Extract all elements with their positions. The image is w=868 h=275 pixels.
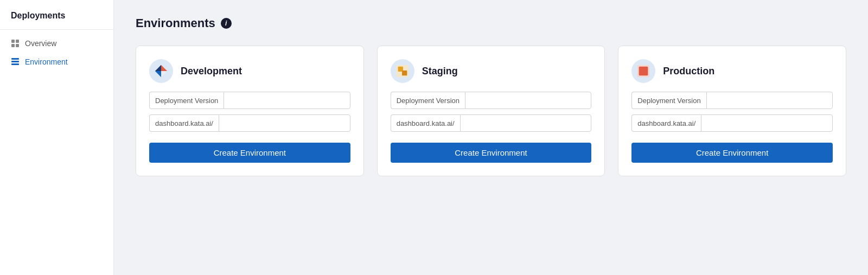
- development-icon-wrapper: [149, 59, 173, 83]
- staging-url-row: dashboard.kata.ai/: [391, 114, 592, 132]
- production-name: Production: [663, 66, 714, 77]
- svg-marker-8: [161, 65, 167, 71]
- environments-grid: Development Deployment Version dashboard…: [136, 46, 846, 176]
- sidebar-divider: [0, 29, 113, 30]
- staging-card-header: Staging: [391, 59, 592, 83]
- production-card: Production Deployment Version dashboard.…: [618, 46, 846, 176]
- development-url-row: dashboard.kata.ai/: [149, 114, 350, 132]
- production-url-row: dashboard.kata.ai/: [631, 114, 833, 132]
- development-version-input[interactable]: [224, 92, 350, 109]
- development-version-row: Deployment Version: [149, 92, 350, 109]
- production-url-input[interactable]: [701, 114, 833, 132]
- production-version-input[interactable]: [706, 92, 833, 109]
- development-url-input[interactable]: [219, 114, 350, 132]
- svg-rect-2: [11, 44, 15, 47]
- svg-rect-0: [11, 40, 15, 43]
- development-version-label: Deployment Version: [149, 92, 224, 109]
- staging-env-icon: [395, 64, 410, 78]
- svg-marker-10: [155, 65, 161, 71]
- main-content: Environments i Development: [114, 0, 868, 275]
- page-header: Environments i: [136, 16, 846, 30]
- staging-url-input[interactable]: [460, 114, 592, 132]
- staging-icon-wrapper: [391, 59, 414, 83]
- sidebar-item-overview[interactable]: Overview: [0, 34, 113, 53]
- production-fields: Deployment Version dashboard.kata.ai/: [631, 92, 833, 132]
- svg-rect-6: [11, 63, 19, 65]
- sidebar: Deployments Overview Environment: [0, 0, 114, 275]
- staging-version-row: Deployment Version: [391, 92, 592, 109]
- page-title: Environments: [136, 16, 215, 30]
- production-url-label: dashboard.kata.ai/: [631, 114, 701, 132]
- staging-version-input[interactable]: [465, 92, 591, 109]
- svg-rect-15: [639, 67, 648, 76]
- staging-url-label: dashboard.kata.ai/: [391, 114, 460, 132]
- production-version-row: Deployment Version: [631, 92, 833, 109]
- svg-rect-3: [16, 44, 19, 47]
- development-fields: Deployment Version dashboard.kata.ai/: [149, 92, 350, 132]
- sidebar-item-overview-label: Overview: [25, 39, 56, 48]
- svg-rect-5: [11, 61, 19, 62]
- production-create-button[interactable]: Create Environment: [631, 143, 833, 163]
- production-version-label: Deployment Version: [631, 92, 706, 109]
- environment-icon: [11, 57, 20, 66]
- prod-env-icon: [636, 64, 650, 78]
- development-url-label: dashboard.kata.ai/: [149, 114, 219, 132]
- staging-version-label: Deployment Version: [391, 92, 465, 109]
- staging-name: Staging: [422, 66, 458, 77]
- svg-rect-1: [16, 40, 19, 43]
- staging-create-button[interactable]: Create Environment: [391, 143, 592, 163]
- svg-marker-9: [155, 71, 161, 77]
- development-card: Development Deployment Version dashboard…: [136, 46, 364, 176]
- staging-fields: Deployment Version dashboard.kata.ai/: [391, 92, 592, 132]
- development-card-header: Development: [149, 59, 350, 83]
- development-name: Development: [181, 66, 242, 77]
- development-create-button[interactable]: Create Environment: [149, 143, 350, 163]
- sidebar-item-environment[interactable]: Environment: [0, 53, 113, 71]
- sidebar-item-environment-label: Environment: [25, 57, 68, 66]
- dev-env-icon: [154, 64, 168, 78]
- production-card-header: Production: [631, 59, 833, 83]
- svg-rect-13: [402, 71, 407, 75]
- overview-icon: [11, 39, 20, 48]
- svg-rect-4: [11, 58, 19, 60]
- sidebar-title: Deployments: [0, 11, 113, 29]
- production-icon-wrapper: [631, 59, 655, 83]
- info-icon[interactable]: i: [221, 18, 232, 29]
- staging-card: Staging Deployment Version dashboard.kat…: [377, 46, 605, 176]
